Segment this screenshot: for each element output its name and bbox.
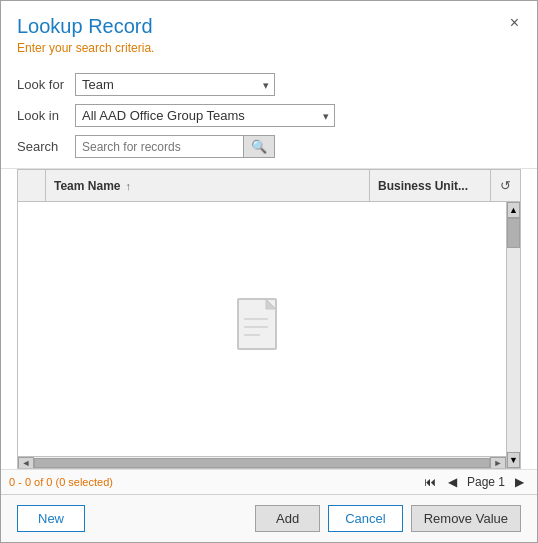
table-inner: ◄ ► ▲ ▼ bbox=[18, 202, 520, 468]
look-in-label: Look in bbox=[17, 108, 75, 123]
scroll-up-icon: ▲ bbox=[509, 205, 518, 215]
search-icon: 🔍 bbox=[251, 139, 267, 154]
look-for-wrapper: Team bbox=[75, 73, 275, 96]
close-button[interactable]: × bbox=[506, 13, 523, 33]
scroll-up-button[interactable]: ▲ bbox=[507, 202, 520, 218]
scroll-right-icon: ► bbox=[494, 458, 503, 468]
next-page-button[interactable]: ▶ bbox=[510, 473, 529, 491]
search-label: Search bbox=[17, 139, 75, 154]
table-section: Team Name ↑ Business Unit... ↺ bbox=[17, 169, 521, 469]
refresh-button[interactable]: ↺ bbox=[490, 170, 520, 201]
col-business-unit-header[interactable]: Business Unit... bbox=[370, 170, 490, 201]
dialog-header: Lookup Record Enter your search criteria… bbox=[1, 1, 537, 63]
checkbox-header-cell bbox=[18, 170, 46, 201]
pagination: ⏮ ◀ Page 1 ▶ bbox=[419, 473, 529, 491]
look-for-select[interactable]: Team bbox=[75, 73, 275, 96]
vertical-scrollbar-track bbox=[507, 218, 520, 452]
footer: New Add Cancel Remove Value bbox=[1, 494, 537, 542]
look-in-row: Look in All AAD Office Group Teams bbox=[17, 104, 521, 127]
empty-area bbox=[18, 202, 506, 456]
new-button[interactable]: New bbox=[17, 505, 85, 532]
page-label: Page 1 bbox=[467, 475, 505, 489]
prev-page-button[interactable]: ◀ bbox=[443, 473, 462, 491]
dialog-subtitle: Enter your search criteria. bbox=[17, 41, 521, 55]
vertical-scrollbar-thumb[interactable] bbox=[507, 218, 520, 248]
scroll-down-icon: ▼ bbox=[509, 455, 518, 465]
search-wrapper: 🔍 bbox=[75, 135, 275, 158]
record-count: 0 - 0 of 0 (0 selected) bbox=[9, 476, 113, 488]
look-for-row: Look for Team bbox=[17, 73, 521, 96]
sort-arrow-icon: ↑ bbox=[125, 180, 131, 192]
remove-value-button[interactable]: Remove Value bbox=[411, 505, 521, 532]
search-input[interactable] bbox=[76, 137, 243, 157]
horizontal-scrollbar-thumb[interactable] bbox=[34, 458, 490, 468]
form-section: Look for Team Look in All AAD Office Gro… bbox=[1, 63, 537, 169]
horizontal-scrollbar[interactable]: ◄ ► bbox=[18, 456, 506, 468]
first-page-button[interactable]: ⏮ bbox=[419, 473, 441, 491]
team-name-header-label: Team Name bbox=[54, 179, 120, 193]
scroll-down-button[interactable]: ▼ bbox=[507, 452, 520, 468]
vertical-scrollbar[interactable]: ▲ ▼ bbox=[506, 202, 520, 468]
search-button[interactable]: 🔍 bbox=[243, 136, 274, 157]
search-row: Search 🔍 bbox=[17, 135, 521, 158]
refresh-icon: ↺ bbox=[500, 178, 511, 193]
table-content-area: ◄ ► bbox=[18, 202, 506, 468]
cancel-button[interactable]: Cancel bbox=[328, 505, 402, 532]
status-bar: 0 - 0 of 0 (0 selected) ⏮ ◀ Page 1 ▶ bbox=[1, 469, 537, 494]
business-unit-header-label: Business Unit... bbox=[378, 179, 468, 193]
dialog-title: Lookup Record bbox=[17, 15, 521, 38]
look-for-label: Look for bbox=[17, 77, 75, 92]
empty-document-icon bbox=[236, 297, 288, 361]
lookup-dialog: Lookup Record Enter your search criteria… bbox=[0, 0, 538, 543]
look-in-select[interactable]: All AAD Office Group Teams bbox=[75, 104, 335, 127]
table-header: Team Name ↑ Business Unit... ↺ bbox=[18, 170, 520, 202]
add-button[interactable]: Add bbox=[255, 505, 320, 532]
scroll-right-button[interactable]: ► bbox=[490, 457, 506, 468]
col-team-name-header[interactable]: Team Name ↑ bbox=[46, 170, 370, 201]
look-in-wrapper: All AAD Office Group Teams bbox=[75, 104, 335, 127]
scroll-left-button[interactable]: ◄ bbox=[18, 457, 34, 468]
scroll-left-icon: ◄ bbox=[22, 458, 31, 468]
